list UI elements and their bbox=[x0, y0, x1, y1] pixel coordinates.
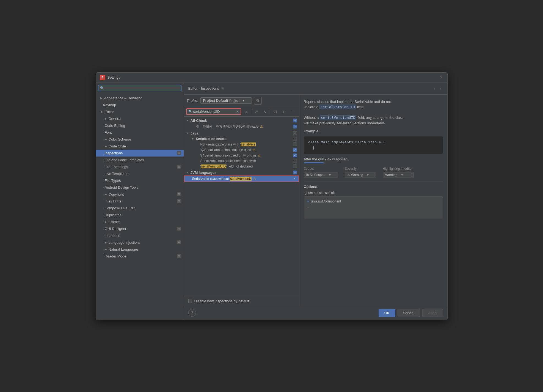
filter-button[interactable]: ⊿ bbox=[242, 108, 249, 115]
copy-button[interactable]: ⊟ bbox=[272, 108, 279, 115]
expand-all-button[interactable]: ⤢ bbox=[253, 108, 260, 115]
sidebar-item-duplicates[interactable]: Duplicates bbox=[96, 212, 184, 218]
sidebar-item-android-design-tools[interactable]: Android Design Tools bbox=[96, 184, 184, 191]
sidebar-item-compose-live-edit[interactable]: Compose Live Edit bbox=[96, 205, 184, 212]
inner-class-checkbox[interactable] bbox=[293, 159, 297, 163]
jvm-checkbox[interactable] bbox=[293, 171, 297, 174]
java-expand-icon: ▼ bbox=[186, 132, 189, 135]
scope-dropdown[interactable]: In All Scopes ▼ bbox=[304, 172, 338, 178]
sidebar-item-inlay-hints[interactable]: Inlay Hints ⊟ bbox=[96, 198, 184, 205]
description-text: Reports classes that implement Serializa… bbox=[304, 99, 443, 126]
sidebar-item-language-injections[interactable]: ▶ Language Injections ⊟ bbox=[96, 239, 184, 246]
sidebar-item-natural-languages[interactable]: ▶ Natural Languages bbox=[96, 246, 184, 253]
non-serializable-item[interactable]: Non-serializable class with 'serialVers bbox=[184, 142, 299, 147]
sidebar-item-color-scheme[interactable]: ▶ Color Scheme bbox=[96, 136, 184, 143]
inner-class-item[interactable]: Serializable non-static inner class with bbox=[184, 158, 299, 164]
nav-back-button[interactable]: ‹ bbox=[432, 86, 437, 92]
search-filter-box[interactable]: 🔍 ✕ bbox=[186, 108, 241, 115]
serializable-without-checkbox[interactable] bbox=[293, 177, 296, 181]
serial-annotation-checkbox[interactable] bbox=[293, 148, 297, 152]
disable-inspections-label: Disable new inspections by default bbox=[194, 299, 249, 303]
jvm-header[interactable]: ▼ JVM languages bbox=[184, 170, 299, 176]
ali-check-header[interactable]: ▼ Ali-Check bbox=[184, 118, 299, 124]
serial-annotation-item[interactable]: '@Serial' annotation could be used ⚠ bbox=[184, 147, 299, 153]
subclass-remove-row: − bbox=[307, 204, 440, 210]
severity-dropdown[interactable]: ⚠ Warning ▼ bbox=[345, 172, 376, 178]
field-not-declared-checkbox[interactable] bbox=[293, 165, 297, 168]
inspections-panel: Profile: Project Default Project ▼ ⚙ 🔍 bbox=[184, 95, 299, 306]
sidebar-item-intentions[interactable]: Intentions bbox=[96, 232, 184, 239]
sidebar-item-editor[interactable]: ▼ Editor bbox=[96, 108, 184, 115]
copyright-icon: ⊟ bbox=[177, 192, 181, 196]
code-line2: } bbox=[308, 145, 439, 151]
ali-warning-icon: ⚠ bbox=[260, 125, 263, 128]
expand-arrow-color-icon: ▶ bbox=[105, 138, 107, 141]
sidebar-item-inspections[interactable]: Inspections ⊟ bbox=[96, 150, 184, 157]
search-filter-input[interactable] bbox=[193, 109, 235, 114]
sidebar-item-general[interactable]: ▶ General bbox=[96, 115, 184, 122]
expand-arrow-icon: ▶ bbox=[100, 97, 103, 100]
description-line1: Reports classes that implement Serializa… bbox=[304, 99, 443, 105]
serial-wrong-item[interactable]: '@Serial' annotation used on wrong m ⚠ bbox=[184, 153, 299, 158]
add-button[interactable]: + bbox=[280, 108, 287, 115]
highlighting-dropdown[interactable]: Warning ▼ bbox=[383, 172, 414, 178]
sidebar-item-keymap[interactable]: Keymap bbox=[96, 102, 184, 108]
add-subclass-button[interactable]: + bbox=[307, 199, 309, 204]
sidebar-item-gui-designer[interactable]: GUI Designer ⊟ bbox=[96, 225, 184, 232]
severity-group: Severity: ⚠ Warning ▼ bbox=[345, 167, 376, 178]
sidebar-search-input[interactable] bbox=[105, 86, 180, 90]
serial-wrong-checkbox[interactable] bbox=[293, 153, 297, 157]
highlighting-label: Highlighting in editor: bbox=[383, 167, 414, 171]
non-serializable-checkbox[interactable] bbox=[293, 142, 297, 146]
cancel-button[interactable]: Cancel bbox=[398, 309, 420, 317]
sidebar-item-live-templates[interactable]: Live Templates bbox=[96, 170, 184, 177]
close-button[interactable]: × bbox=[439, 75, 443, 80]
serialization-issues-header[interactable]: ▼ Serialization issues bbox=[184, 136, 299, 142]
disable-inspections-bar: Disable new inspections by default bbox=[184, 296, 299, 306]
sidebar-item-copyright[interactable]: ▶ Copyright ⊟ bbox=[96, 191, 184, 198]
serializable-without-item[interactable]: Serializable class without serialVersion… bbox=[184, 176, 299, 182]
profile-dropdown[interactable]: Project Default Project ▼ bbox=[200, 97, 252, 104]
sidebar-item-file-types[interactable]: File Types bbox=[96, 177, 184, 184]
apply-button[interactable]: Apply bbox=[422, 309, 443, 317]
sidebar-item-file-code-templates[interactable]: File and Code Templates bbox=[96, 157, 184, 163]
ali-check-checkbox[interactable] bbox=[293, 119, 297, 122]
sidebar-item-emmet[interactable]: ▶ Emmet bbox=[96, 218, 184, 225]
serialization-checkbox[interactable] bbox=[293, 137, 297, 141]
scope-value: In All Scopes bbox=[306, 173, 325, 177]
sidebar-search-box[interactable]: 🔍 bbox=[98, 85, 181, 91]
gear-button[interactable]: ⚙ bbox=[254, 97, 262, 105]
jvm-group: ▼ JVM languages Serializable class witho… bbox=[184, 170, 299, 182]
sidebar-item-reader-mode[interactable]: Reader Mode ⊟ bbox=[96, 253, 184, 260]
collapse-all-button[interactable]: ⤡ bbox=[261, 108, 268, 115]
main-layout: 🔍 ▶ Appearance & Behavior Keymap ▼ Edito… bbox=[96, 83, 447, 320]
java-header[interactable]: ▼ Java bbox=[184, 130, 299, 136]
serial-annotation-warn-icon: ⚠ bbox=[253, 148, 256, 152]
java-label: Java bbox=[191, 131, 199, 135]
sidebar-item-code-editing[interactable]: Code Editing bbox=[96, 122, 184, 129]
remove-button[interactable]: − bbox=[288, 108, 296, 115]
profile-bar: Profile: Project Default Project ▼ ⚙ bbox=[184, 95, 299, 107]
subclass-name: java.awt.Component bbox=[311, 199, 341, 203]
scope-dropdown-arrow-icon: ▼ bbox=[329, 174, 331, 177]
remove-subclass-button[interactable]: − bbox=[307, 205, 309, 209]
nav-forward-button[interactable]: › bbox=[438, 86, 443, 92]
sidebar-item-font[interactable]: Font bbox=[96, 129, 184, 136]
profile-label: Profile: bbox=[187, 98, 198, 103]
severity-warning-badge: ⚠ Warning bbox=[347, 173, 363, 177]
sidebar-item-appearance[interactable]: ▶ Appearance & Behavior bbox=[96, 95, 184, 102]
sidebar-item-code-style[interactable]: ▶ Code Style bbox=[96, 143, 184, 150]
help-button[interactable]: ? bbox=[188, 309, 196, 317]
search-clear-icon[interactable]: ✕ bbox=[236, 110, 239, 114]
highlighting-dropdown-arrow-icon: ▼ bbox=[401, 174, 403, 177]
expand-arrow-emmet-icon: ▶ bbox=[105, 220, 107, 223]
sidebar-item-file-encodings[interactable]: File Encodings ⊟ bbox=[96, 163, 184, 170]
ali-annotation-checkbox[interactable] bbox=[293, 125, 297, 128]
java-checkbox[interactable] bbox=[293, 131, 297, 135]
content-header: Editor › Inspections ⊟ ‹ › bbox=[184, 83, 447, 95]
ali-annotation-item[interactable]: 类、类属性、类方法的注释必须使用javado ⚠ bbox=[184, 124, 299, 130]
settings-dialog: A Settings × 🔍 ▶ Appearance & Behavior K… bbox=[96, 72, 448, 320]
field-not-declared-item[interactable]: 'serialVersionUID' field not declared ' bbox=[184, 164, 299, 169]
ok-button[interactable]: OK bbox=[379, 309, 395, 317]
disable-inspections-checkbox[interactable] bbox=[188, 299, 192, 303]
